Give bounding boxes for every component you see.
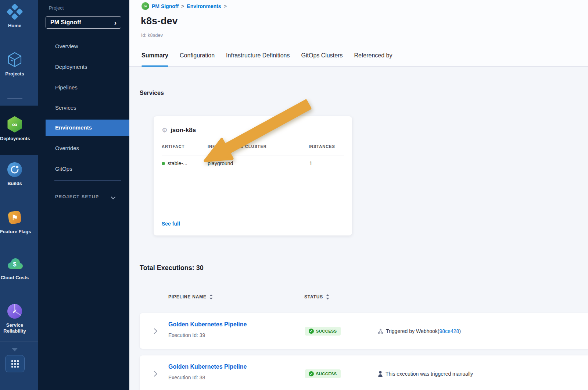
sidebar-item-gitops[interactable]: GitOps (38, 161, 129, 177)
sort-icon[interactable] (209, 294, 213, 299)
check-circle-icon: ✓ (309, 329, 314, 334)
column-header-artifact: ARTIFACT (162, 144, 184, 149)
tab-summary[interactable]: Summary (141, 47, 168, 67)
service-summary-card: ⚙ json-k8s ARTIFACT INFRA / GITOPS CLUST… (154, 116, 352, 235)
trigger-info: This execution was triggered manually (378, 371, 473, 377)
trigger-text: Triggered by Webhook(98ce428) (386, 328, 461, 334)
trigger-suffix: ) (459, 328, 461, 334)
status-badge: ✓ SUCCESS (305, 369, 341, 378)
harness-app: Home Projects ∞ (0, 0, 588, 390)
module-rail: Home Projects ∞ (0, 0, 38, 390)
rail-label-builds: Builds (0, 181, 29, 187)
pipeline-name-link[interactable]: Golden Kubernetes Pipeline (168, 364, 247, 370)
sidebar-item-overrides[interactable]: Overrides (38, 140, 129, 156)
rail-label-service-reliability: Service Reliability (0, 322, 29, 334)
chevron-down-icon[interactable] (111, 195, 116, 201)
column-header-cluster: INFRA / GITOPS CLUSTER (208, 144, 267, 149)
rail-label-home: Home (0, 23, 29, 29)
status-badge: ✓ SUCCESS (305, 327, 341, 336)
sidebar-item-deployments[interactable]: Deployments (38, 59, 129, 75)
breadcrumb-separator: > (181, 3, 184, 9)
module-grid-button[interactable] (5, 355, 25, 372)
page-header: ∞ PM Signoff > Environments > k8s-dev Id… (129, 0, 588, 67)
deployments-module-icon: ∞ (6, 116, 23, 133)
artifact-value: stable-... (168, 160, 187, 166)
entity-id-label: Id: k8sdev (141, 32, 163, 38)
status-text: SUCCESS (316, 329, 337, 333)
pipeline-name-header-text: PIPELINE NAME (168, 294, 207, 299)
trigger-info: Triggered by Webhook(98ce428) (378, 328, 461, 334)
rail-item-cloud-costs[interactable]: $ Cloud Costs (0, 256, 29, 281)
deployments-module-badge-icon: ∞ (141, 2, 149, 10)
chevron-right-icon: › (114, 19, 116, 26)
project-setup-section[interactable]: PROJECT SETUP (55, 194, 99, 199)
status-dot-icon (162, 162, 165, 165)
instances-cell: 1 (309, 160, 312, 166)
breadcrumb-environments-link[interactable]: Environments (187, 3, 221, 9)
expand-chevron-icon[interactable] (154, 371, 158, 377)
total-executions-label: Total Executions: 30 (140, 264, 204, 272)
rail-collapse-chevron-icon[interactable] (11, 348, 18, 351)
sort-icon[interactable] (326, 294, 329, 299)
trigger-prefix: Triggered by Webhook( (386, 328, 440, 334)
project-selector[interactable]: PM Signoff › (46, 16, 121, 29)
rail-item-projects[interactable]: Projects (0, 51, 29, 77)
sidebar-item-environments[interactable]: Environments (46, 120, 129, 136)
rail-item-deployments[interactable]: ∞ Deployments (0, 116, 29, 142)
home-icon (7, 4, 23, 20)
tab-infrastructure-definitions[interactable]: Infrastructure Definitions (226, 47, 290, 67)
breadcrumb: ∞ PM Signoff > Environments > (141, 2, 227, 10)
rail-divider (0, 341, 38, 342)
status-header-text: STATUS (304, 294, 323, 299)
execution-row[interactable]: Golden Kubernetes Pipeline Execution Id:… (140, 313, 588, 349)
sidebar-item-services[interactable]: Services (38, 100, 129, 116)
projects-cube-icon (6, 51, 23, 68)
project-label: Project (49, 5, 64, 11)
breadcrumb-project-link[interactable]: PM Signoff (152, 3, 179, 9)
artifact-cell: stable-... (162, 160, 187, 166)
rail-label-projects: Projects (0, 71, 29, 77)
page-title: k8s-dev (141, 15, 178, 27)
tab-gitops-clusters[interactable]: GitOps Clusters (301, 47, 343, 67)
status-text: SUCCESS (316, 372, 337, 376)
tab-bar: Summary Configuration Infrastructure Def… (141, 47, 404, 67)
gear-icon: ⚙ (162, 127, 168, 134)
webhook-icon (378, 328, 383, 334)
tab-referenced-by[interactable]: Referenced by (354, 47, 392, 67)
rail-item-home[interactable]: Home (0, 4, 29, 29)
rail-label-deployments: Deployments (0, 136, 29, 142)
rail-item-feature-flags[interactable]: ⚑ Feature Flags (0, 209, 29, 235)
sidebar-divider (54, 180, 121, 181)
check-circle-icon: ✓ (309, 371, 314, 376)
rail-label-cloud-costs: Cloud Costs (0, 275, 29, 281)
column-header-pipeline-name[interactable]: PIPELINE NAME (168, 294, 213, 299)
project-sidebar: Project PM Signoff › Overview Deployment… (38, 0, 129, 390)
sidebar-item-overview[interactable]: Overview (38, 38, 129, 54)
cluster-cell: playground (208, 160, 233, 166)
rail-resize-handle[interactable] (7, 98, 22, 99)
service-card-title: ⚙ json-k8s (162, 127, 196, 134)
table-divider (162, 156, 344, 156)
sidebar-item-pipelines[interactable]: Pipelines (38, 79, 129, 96)
expand-chevron-icon[interactable] (154, 328, 158, 334)
execution-id-label: Execution Id: 38 (168, 375, 205, 380)
tab-configuration[interactable]: Configuration (180, 47, 215, 67)
rail-item-service-reliability[interactable]: ✓ Service Reliability (0, 303, 29, 334)
cloud-costs-module-icon: $ (6, 256, 24, 272)
execution-id-label: Execution Id: 39 (168, 332, 205, 338)
column-header-instances: INSTANCES (309, 144, 335, 149)
column-header-status[interactable]: STATUS (304, 294, 329, 299)
pipeline-name-link[interactable]: Golden Kubernetes Pipeline (168, 321, 247, 328)
services-heading: Services (140, 90, 164, 96)
builds-module-icon (7, 162, 23, 178)
person-icon (378, 371, 383, 377)
see-full-link[interactable]: See full (162, 221, 180, 227)
webhook-id-link[interactable]: 98ce428 (440, 328, 459, 334)
trigger-text: This execution was triggered manually (386, 371, 473, 377)
execution-row[interactable]: Golden Kubernetes Pipeline Execution Id:… (140, 355, 588, 390)
feature-flags-module-icon: ⚑ (6, 209, 23, 226)
project-selector-name: PM Signoff (50, 19, 81, 26)
breadcrumb-separator: > (224, 3, 227, 9)
rail-item-builds[interactable]: Builds (0, 162, 29, 187)
service-name: json-k8s (171, 127, 196, 134)
